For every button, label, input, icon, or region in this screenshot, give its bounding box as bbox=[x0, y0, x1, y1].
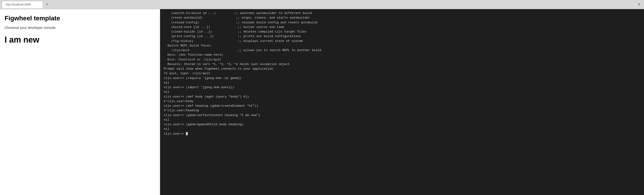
page-title: Figwheel template bbox=[4, 15, 155, 22]
tab-bar: http://localhost:3449/ + ≡ bbox=[0, 0, 644, 9]
terminal-line: cljs.user=> bbox=[164, 132, 640, 136]
terminal-line: cljs.user=> (import '[goog.dom query]) bbox=[164, 85, 640, 90]
terminal-line: (fig-status) ;; displays current state o… bbox=[164, 39, 640, 44]
new-tab-button[interactable]: + bbox=[44, 1, 50, 8]
terminal-line: Results: Stored in vars *1, *2, *3, *e h… bbox=[164, 62, 640, 67]
terminal-line: nil bbox=[164, 118, 640, 122]
page-heading: I am new bbox=[4, 35, 155, 45]
terminal-line: #'cljs.user/body bbox=[164, 99, 640, 104]
terminal-line: Docs: (doc function-name-here) bbox=[164, 53, 640, 57]
browser-content-panel: Figwheel template Checkout your develope… bbox=[0, 9, 160, 195]
terminal-line: nil bbox=[164, 127, 640, 131]
terminal-cursor bbox=[186, 132, 188, 135]
terminal-line: (switch-to-build id ...) ;; switches aut… bbox=[164, 11, 640, 16]
terminal-line: nil bbox=[164, 90, 640, 94]
terminal-line: cljs.user=> (def body (aget (query "body… bbox=[164, 95, 640, 99]
terminal-line: cljs.user=> (def heading (gdom/createEle… bbox=[164, 104, 640, 108]
terminal-line: (reload-config) ;; reloads build config … bbox=[164, 20, 640, 25]
terminal-line: (reset-autobuild) ;; stops, cleans, and … bbox=[164, 16, 640, 20]
tab-url: http://localhost:3449/ bbox=[6, 3, 31, 6]
terminal-line: nil bbox=[164, 81, 640, 85]
terminal-line: cljs.user=> (require '[goog.dom :as gdom… bbox=[164, 76, 640, 81]
terminal-line: (build-once [id ...]) ;; builds source o… bbox=[164, 25, 640, 30]
terminal-line: cljs.user=> (gdom/appendChild body headi… bbox=[164, 122, 640, 127]
terminal-line: cljs.user=> (gdom/setTextContent heading… bbox=[164, 113, 640, 118]
terminal-line: To quit, type: :cljs/quit bbox=[164, 71, 640, 76]
terminal-panel[interactable]: (switch-to-build id ...) ;; switches aut… bbox=[160, 9, 644, 195]
browser-menu-button[interactable]: ≡ bbox=[636, 1, 642, 8]
browser-tab[interactable]: http://localhost:3449/ bbox=[2, 1, 43, 8]
terminal-line: #'cljs.user/heading bbox=[164, 108, 640, 113]
terminal-line: (clean-builds [id ..]) ;; deletes compil… bbox=[164, 30, 640, 34]
terminal-line: Switch REPL build focus: bbox=[164, 44, 640, 48]
terminal-line: Exit: Control+C or :cljs/quit bbox=[164, 57, 640, 62]
terminal-line: Prompt will show when Figwheel connects … bbox=[164, 67, 640, 71]
terminal-line: (print-config [id ...]) ;; prints out bu… bbox=[164, 34, 640, 39]
page-subtitle: Checkout your developer console. bbox=[4, 26, 155, 30]
main-split: Figwheel template Checkout your develope… bbox=[0, 9, 644, 195]
terminal-line: :cljs/quit ;; allows you to switch REPL … bbox=[164, 48, 640, 53]
browser-chrome: http://localhost:3449/ + ≡ Figwheel temp… bbox=[0, 0, 644, 195]
